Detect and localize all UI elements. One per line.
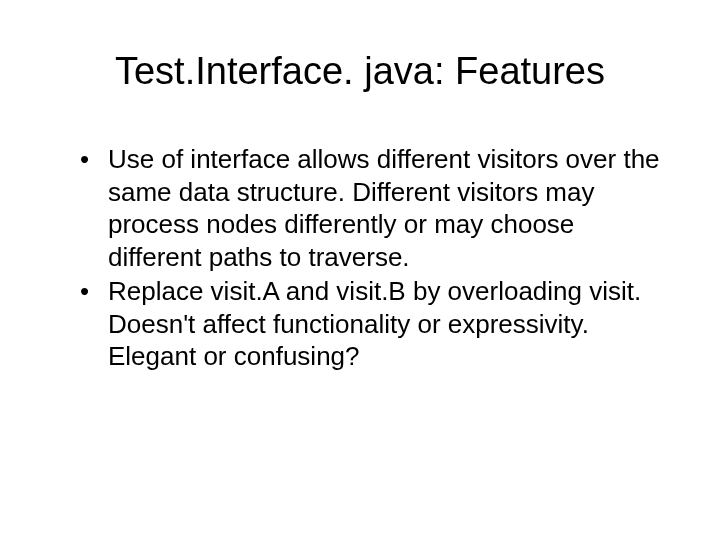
slide-title: Test.Interface. java: Features	[50, 50, 670, 93]
bullet-list: Use of interface allows different visito…	[50, 143, 670, 373]
list-item: Replace visit.A and visit.B by overloadi…	[80, 275, 670, 373]
list-item: Use of interface allows different visito…	[80, 143, 670, 273]
